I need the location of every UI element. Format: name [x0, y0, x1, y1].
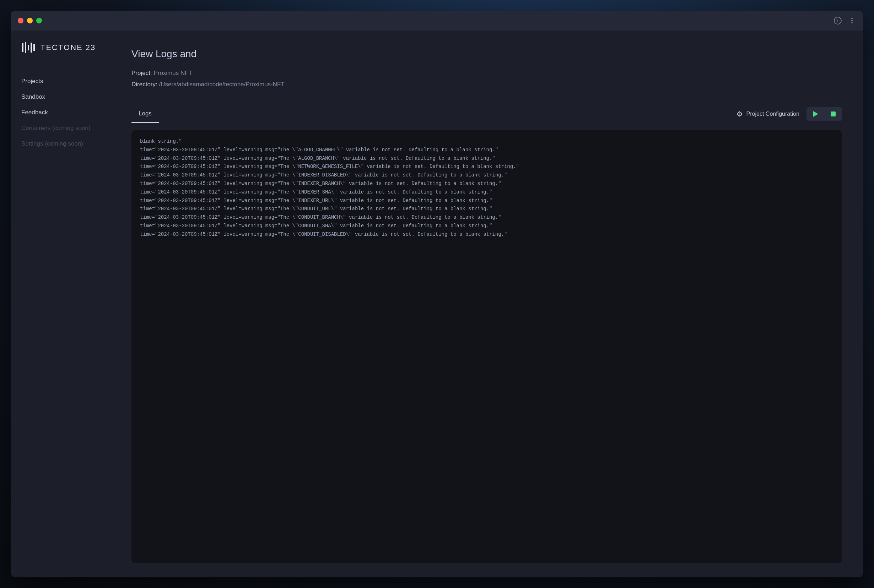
stop-icon	[830, 111, 836, 117]
log-line: time="2024-03-20T09:45:01Z" level=warnin…	[140, 231, 833, 239]
svg-text:i: i	[837, 18, 838, 23]
log-line: time="2024-03-20T09:45:01Z" level=warnin…	[140, 154, 833, 163]
svg-point-2	[851, 18, 853, 19]
tabs-list: Logs	[131, 105, 159, 123]
svg-point-3	[851, 20, 853, 21]
sidebar-nav: Projects Sandbox Feedback Containers (co…	[11, 74, 110, 152]
project-config-label: Project Configuration	[746, 111, 799, 117]
log-line: time="2024-03-20T09:45:01Z" level=warnin…	[140, 180, 833, 188]
menu-icon[interactable]	[848, 16, 856, 25]
titlebar: i	[11, 10, 863, 30]
run-controls	[806, 107, 842, 121]
tabs-actions: ⚙ Project Configuration	[736, 107, 842, 121]
stop-button[interactable]	[824, 107, 842, 121]
main-content: View Logs and Project: Proximus NFT Dire…	[110, 30, 863, 578]
log-line: time="2024-03-20T09:45:01Z" level=warnin…	[140, 222, 833, 231]
directory-label: Directory:	[131, 81, 158, 88]
sidebar-item-settings: Settings (coming soon)	[11, 136, 110, 152]
page-header: View Logs and Project: Proximus NFT Dire…	[131, 48, 842, 92]
page-title: View Logs and	[131, 48, 842, 60]
log-line: time="2024-03-20T09:45:01Z" level=warnin…	[140, 146, 833, 154]
sidebar-item-feedback[interactable]: Feedback	[11, 105, 110, 120]
sidebar-divider	[21, 64, 99, 65]
info-icon[interactable]: i	[833, 16, 842, 25]
tabs-bar: Logs ⚙ Project Configuration	[131, 105, 842, 123]
log-line: time="2024-03-20T09:45:01Z" level=warnin…	[140, 205, 833, 213]
directory-meta: Directory: /Users/abdisamad/code/tectone…	[131, 81, 842, 88]
svg-rect-8	[30, 43, 32, 52]
logo-icon	[21, 41, 36, 54]
project-label: Project:	[131, 70, 152, 76]
sidebar-item-containers: Containers (coming soon)	[11, 120, 110, 136]
app-name: TECTONE 23	[41, 43, 96, 52]
sidebar-item-projects[interactable]: Projects	[11, 74, 110, 89]
logo-area: TECTONE 23	[11, 41, 110, 64]
log-line: time="2024-03-20T09:45:01Z" level=warnin…	[140, 213, 833, 222]
log-line: time="2024-03-20T09:45:01Z" level=warnin…	[140, 171, 833, 180]
maximize-button[interactable]	[36, 18, 42, 23]
log-line: time="2024-03-20T09:45:01Z" level=warnin…	[140, 188, 833, 197]
log-line: blank string."	[140, 137, 833, 146]
main-layout: TECTONE 23 Projects Sandbox Feedback Con…	[11, 30, 863, 578]
titlebar-actions: i	[833, 16, 856, 25]
play-icon	[813, 111, 818, 117]
log-panel[interactable]: blank string."time="2024-03-20T09:45:01Z…	[131, 130, 842, 563]
svg-rect-7	[28, 45, 29, 50]
directory-value: /Users/abdisamad/code/tectone/Proximus-N…	[159, 81, 284, 88]
traffic-lights	[18, 18, 42, 23]
minimize-button[interactable]	[27, 18, 33, 23]
sidebar-item-sandbox[interactable]: Sandbox	[11, 89, 110, 105]
project-value: Proximus NFT	[153, 70, 192, 76]
main-window: i	[11, 10, 863, 578]
svg-rect-6	[25, 42, 26, 53]
run-button[interactable]	[806, 107, 824, 121]
svg-point-4	[851, 22, 853, 23]
log-line: time="2024-03-20T09:45:01Z" level=warnin…	[140, 197, 833, 205]
project-config-button[interactable]: ⚙ Project Configuration	[736, 110, 799, 118]
log-line: time="2024-03-20T09:45:01Z" level=warnin…	[140, 163, 833, 171]
project-meta: Project: Proximus NFT	[131, 70, 842, 77]
gear-icon: ⚙	[736, 110, 743, 118]
close-button[interactable]	[18, 18, 24, 23]
svg-rect-9	[33, 44, 35, 51]
svg-rect-5	[22, 44, 24, 52]
tab-logs[interactable]: Logs	[131, 105, 159, 123]
sidebar: TECTONE 23 Projects Sandbox Feedback Con…	[11, 30, 110, 578]
